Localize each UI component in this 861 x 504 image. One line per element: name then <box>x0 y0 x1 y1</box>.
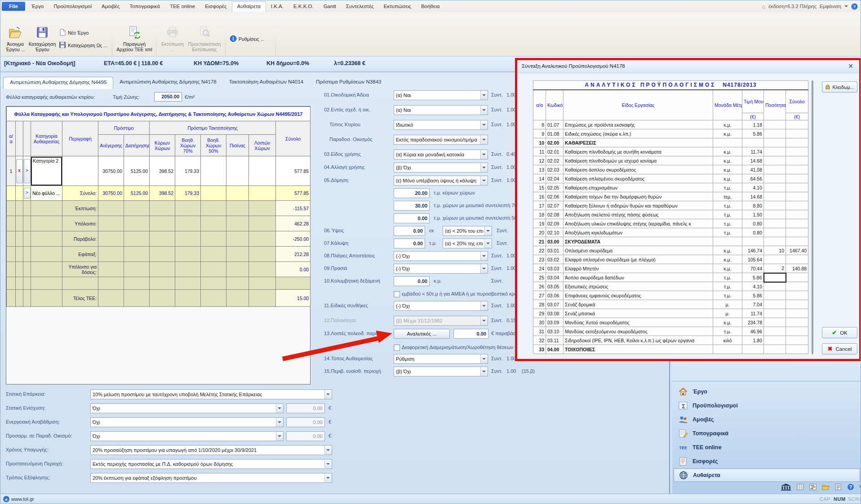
chevron-down-icon[interactable] <box>480 354 488 363</box>
chevron-down-icon[interactable] <box>480 316 488 325</box>
menu-item-2[interactable]: Προϋπολογισμοί <box>49 2 97 11</box>
chevron-down-icon[interactable] <box>276 404 283 413</box>
field-input[interactable]: 20.00 <box>394 188 430 198</box>
field-input[interactable]: 0.00 <box>394 239 425 248</box>
menu-item-7[interactable]: Αυθαίρετα <box>232 1 266 12</box>
help2-icon[interactable]: ? <box>847 483 855 492</box>
budget-row[interactable]: 2803.07Σενάζ δρομικάμ.7.04 <box>533 300 808 309</box>
chevron-down-icon[interactable] <box>484 239 492 248</box>
menu-item-3[interactable]: Αμοιβές <box>97 2 125 11</box>
menu-item-0[interactable]: File <box>2 2 25 11</box>
field-input[interactable]: 0.00 <box>394 213 430 223</box>
budget-row[interactable]: 3203.11Σιδηροδοκοί (IPE, IPN, HEB, Κοίλο… <box>533 336 808 345</box>
chevron-down-icon[interactable] <box>324 473 332 482</box>
help-icon[interactable]: ? <box>851 3 858 10</box>
chevron-down-icon[interactable] <box>276 418 283 427</box>
budget-row[interactable]: 1702.07Καθαίρεση ξύλινων ή σιδηρών θυρών… <box>533 201 808 210</box>
tab-1[interactable]: Αντιμετώπιση Αυθαίρετης Δόμησης Ν4178 <box>113 77 222 89</box>
dialog-title-bar[interactable]: Σύνταξη Αναλυτικού Προϋπολογισμού Ν4178 … <box>517 60 859 73</box>
display-menu[interactable]: Εμφάνιση <box>820 4 841 9</box>
chevron-down-icon[interactable] <box>480 264 488 273</box>
field-dropdown[interactable]: (β) Όχι <box>394 163 488 172</box>
chevron-down-icon[interactable] <box>480 106 488 115</box>
chevron-down-icon[interactable] <box>480 176 488 185</box>
sidebar-item-2[interactable]: Αμοιβές <box>674 413 860 426</box>
budget-row[interactable]: 3304.00ΤΟΙΧΟΠΟΙΙΕΣ <box>533 345 808 354</box>
field-dropdown[interactable]: (-) Όχι <box>394 264 488 274</box>
field-extra-dropdown[interactable]: (α) < 20% του επι <box>443 226 492 236</box>
chevron-down-icon[interactable] <box>480 301 488 310</box>
field-input[interactable]: 0.00 <box>394 226 425 236</box>
menu-item-4[interactable]: Τοπογραφικά <box>125 2 165 11</box>
zone-price-input[interactable]: 2050.00 <box>154 92 182 102</box>
chevron-down-icon[interactable] <box>324 446 332 455</box>
budget-row[interactable]: 2903.08Σενάζ μπατικάμ.11.74 <box>533 309 808 318</box>
sidebar-item-3[interactable]: Τοπογραφικά <box>674 427 860 440</box>
menu-item-10[interactable]: Gantt <box>319 2 341 11</box>
chevron-down-icon[interactable] <box>480 150 488 159</box>
budget-row[interactable]: 1302.03Καθαίρεση άοπλου σκυροδέματοςκ.μ.… <box>533 165 808 174</box>
sidebar-item-0[interactable]: Έργο <box>674 385 860 398</box>
field-dropdown[interactable]: Εκτός παραδοσιακού οικισμού/τμήμα <box>394 135 488 145</box>
checkbox[interactable] <box>394 345 400 351</box>
sidebar-item-6[interactable]: Αυθαίρετα <box>674 469 860 482</box>
analytic-budget-button[interactable]: Αναλυτικός ... <box>394 329 450 339</box>
menu-item-12[interactable]: Εκτυπώσεις <box>379 2 416 11</box>
chevron-down-icon[interactable] <box>844 5 848 9</box>
budget-row[interactable]: 2403.03Ελαφρό Μπετόνκ.μ.70.442140.88 <box>533 264 808 273</box>
violations-amount-input[interactable]: 0.00 <box>453 329 488 339</box>
menu-item-6[interactable]: Εισφορές <box>200 2 231 11</box>
sidebar-item-1[interactable]: ΣΠροϋπολογισμοί <box>674 399 860 412</box>
field-dropdown[interactable]: (ε) Μόνο υπέρβαση ύψους ή κάλυψη <box>394 176 488 186</box>
generate-tee-xml-button[interactable]: Παραγωγή Αρχείου TEE xml ... <box>115 26 153 58</box>
chevron-down-icon[interactable] <box>480 91 488 100</box>
field-dropdown[interactable]: (α) Κύρια και μοναδική κατοικία <box>394 150 488 159</box>
sheet-row-1[interactable]: 1 x > Κατηγορία 2 30750.00 5125.00 398.5… <box>7 156 311 186</box>
chevron-down-icon[interactable] <box>276 432 283 441</box>
sidebar-splitter[interactable] <box>669 361 670 494</box>
open-project-button[interactable]: Άνοιγμα Έργου ... <box>3 26 27 58</box>
budget-row[interactable]: 1102.01Καθαίρεση πλινθοδομής με συνήθη κ… <box>533 147 808 156</box>
field-input[interactable]: 30.00 <box>394 201 430 211</box>
home-icon[interactable]: ⌂ <box>762 3 766 10</box>
cancel-button[interactable]: ✖Cancel <box>822 343 857 354</box>
chevron-down-icon[interactable] <box>480 252 488 261</box>
field-dropdown[interactable]: (α) Ναι <box>394 90 488 100</box>
budget-row[interactable]: 2203.01Οπλισμένο σκυρόδεμακ.μ.146.741014… <box>533 246 808 255</box>
tab-3[interactable]: Πρόστιμα Ρυθμίσεων Ν3843 <box>310 77 387 89</box>
new-sheet-button[interactable]: Νέο φύλλο ... <box>31 186 62 201</box>
field-dropdown[interactable]: (β) Όχι <box>394 367 488 376</box>
menu-item-13[interactable]: Βοήθεια <box>416 2 444 11</box>
field-dropdown[interactable]: Ρύθμιση <box>394 354 488 364</box>
ika-icon[interactable] <box>780 483 792 492</box>
field-dropdown[interactable]: (-) Όχι <box>394 301 488 311</box>
budget-row[interactable]: 1202.02Καθαίρεση πλινθοδομών με ισχυρό κ… <box>533 156 808 165</box>
chevron-more-icon[interactable]: » <box>859 483 861 489</box>
dialog-scrollbar[interactable] <box>812 80 813 354</box>
gantt-icon[interactable] <box>809 483 817 492</box>
chevron-down-icon[interactable] <box>480 135 488 144</box>
budget-row[interactable]: 2603.05Εξισωτικές στρώσειςτ.μ.4.10 <box>533 282 808 291</box>
budget-row[interactable]: 1602.06Καθαίρεση τοίχων δια την διαμόρφω… <box>533 192 808 201</box>
budget-row[interactable]: 1902.09Αποξήλωση υλικών επικάλυψης στέγη… <box>533 219 808 228</box>
field-input[interactable]: 0.00 <box>394 276 430 286</box>
sidebar-item-5[interactable]: Εισφορές <box>674 455 860 468</box>
budget-row[interactable]: 2503.04Άοπλο σκυρόδεμα δαπέδωντ.μ.5.86 <box>533 273 808 282</box>
menu-item-1[interactable]: Έργο <box>27 2 49 11</box>
menu-item-8[interactable]: Ι.Κ.Α. <box>266 2 288 11</box>
budget-row[interactable]: 3003.09Μανδύας Χυτού σκυροδέματοςκ.μ.234… <box>533 318 808 327</box>
new-sheet-arrow-button[interactable]: > <box>24 188 31 199</box>
save-project-button[interactable]: Καταχώρηση Έργου <box>28 26 56 58</box>
field-dropdown[interactable]: 10% μείωση προστίμου με ταυτόχρονη υποβο… <box>90 389 332 399</box>
selected-quantity-cell[interactable] <box>764 273 786 282</box>
budget-row[interactable]: 2002.10Αποξήλωση κιγκλιδωμάτωντ.μ.0.80 <box>533 228 808 237</box>
budget-row[interactable]: 1502.05Καθαίρεση επιχρισμάτωντ.μ.4.10 <box>533 183 808 192</box>
new-project-button[interactable]: Νέο Έργο <box>59 27 89 38</box>
grid-icon[interactable] <box>796 483 804 492</box>
tab-2[interactable]: Τακτοποίηση Αυθαιρέτων Ν4014 <box>223 77 310 89</box>
budget-row[interactable]: 3103.10Μανδύας εκτοξευόμενου σκυροδέματο… <box>533 327 808 336</box>
status-url[interactable]: www.tol.gr <box>11 496 34 502</box>
chevron-down-icon[interactable] <box>484 226 492 235</box>
chevron-down-icon[interactable] <box>480 367 488 376</box>
chevron-down-icon[interactable] <box>480 120 488 129</box>
